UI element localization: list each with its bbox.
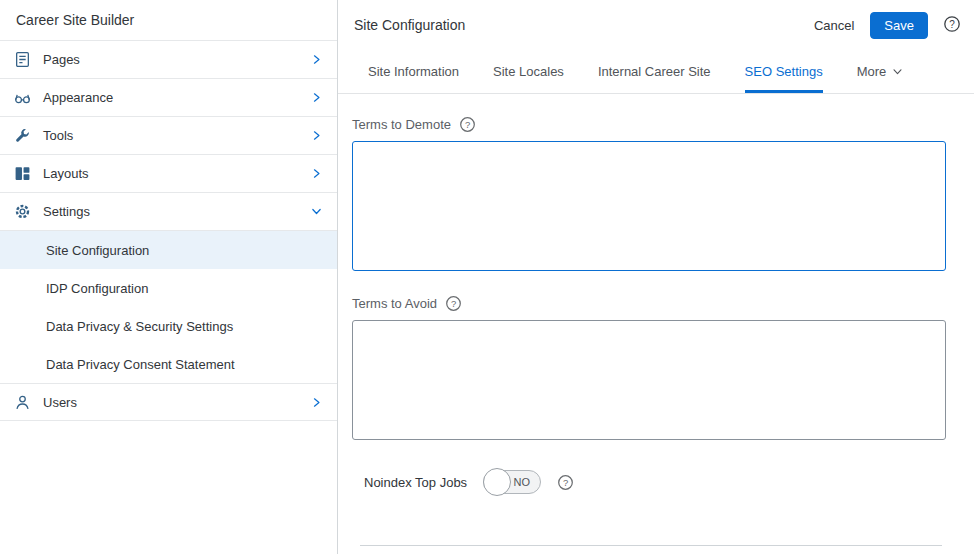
terms-to-demote-input[interactable]: [352, 141, 946, 271]
noindex-top-jobs-label: Noindex Top Jobs: [364, 475, 467, 490]
tab-label: SEO Settings: [745, 64, 823, 79]
sidebar-item-users[interactable]: Users: [0, 383, 337, 421]
terms-to-demote-label-row: Terms to Demote ?: [352, 116, 946, 133]
header-help-icon[interactable]: ?: [942, 15, 962, 35]
layouts-icon: [14, 165, 31, 182]
tab-label: Site Information: [368, 64, 459, 79]
users-icon: [14, 394, 31, 411]
help-icon[interactable]: ?: [557, 474, 574, 491]
sidebar-item-layouts[interactable]: Layouts: [0, 155, 337, 193]
sidebar-item-pages[interactable]: Pages: [0, 41, 337, 79]
chevron-right-icon: [310, 396, 323, 409]
sidebar-subitem-data-privacy-security-settings[interactable]: Data Privacy & Security Settings: [0, 307, 337, 345]
sidebar: Career Site Builder Pages Appearance: [0, 0, 338, 554]
noindex-top-jobs-row: Noindex Top Jobs NO ?: [352, 470, 946, 494]
terms-to-avoid-input[interactable]: [352, 320, 946, 440]
chevron-right-icon: [310, 53, 323, 66]
sidebar-item-label: Users: [43, 395, 298, 410]
sidebar-item-label: Settings: [43, 204, 298, 219]
pages-icon: [14, 51, 31, 68]
sidebar-item-label: Layouts: [43, 166, 298, 181]
tab-seo-settings[interactable]: SEO Settings: [745, 50, 823, 93]
bottom-divider: [360, 545, 942, 546]
tab-label: Internal Career Site: [598, 64, 711, 79]
toggle-knob-icon: [483, 468, 511, 496]
svg-text:?: ?: [451, 298, 456, 309]
terms-to-avoid-label-row: Terms to Avoid ?: [352, 295, 946, 312]
tab-site-information[interactable]: Site Information: [368, 50, 459, 93]
sidebar-item-appearance[interactable]: Appearance: [0, 79, 337, 117]
sidebar-subitem-label: Data Privacy & Security Settings: [46, 319, 233, 334]
sidebar-item-label: Tools: [43, 128, 298, 143]
sidebar-item-settings[interactable]: Settings: [0, 193, 337, 231]
tab-internal-career-site[interactable]: Internal Career Site: [598, 50, 711, 93]
tools-icon: [14, 127, 31, 144]
chevron-down-icon: [310, 205, 323, 218]
sidebar-item-label: Pages: [43, 52, 298, 67]
toggle-state-label: NO: [514, 476, 531, 488]
appearance-icon: [14, 89, 31, 106]
tab-bar: Site Information Site Locales Internal C…: [338, 50, 974, 94]
sidebar-item-tools[interactable]: Tools: [0, 117, 337, 155]
main-panel: Site Configuration Cancel Save ? Site In…: [338, 0, 974, 554]
svg-text:?: ?: [563, 476, 568, 487]
sidebar-subitem-label: Data Privacy Consent Statement: [46, 357, 235, 372]
sidebar-nav: Pages Appearance Tools: [0, 40, 337, 421]
sidebar-subitem-label: Site Configuration: [46, 243, 149, 258]
terms-to-demote-label: Terms to Demote: [352, 117, 451, 132]
sidebar-subitem-label: IDP Configuration: [46, 281, 148, 296]
chevron-right-icon: [310, 129, 323, 142]
save-button[interactable]: Save: [870, 12, 928, 39]
chevron-down-icon: [892, 66, 903, 77]
chevron-right-icon: [310, 91, 323, 104]
settings-gear-icon: [14, 203, 31, 220]
sidebar-item-label: Appearance: [43, 90, 298, 105]
svg-text:?: ?: [465, 119, 470, 130]
chevron-right-icon: [310, 167, 323, 180]
seo-settings-content: Terms to Demote ? Terms to Avoid ? Noind…: [338, 94, 974, 554]
tab-label: Site Locales: [493, 64, 564, 79]
svg-text:?: ?: [949, 19, 955, 30]
main-header: Site Configuration Cancel Save ?: [338, 0, 974, 50]
tab-more[interactable]: More: [857, 50, 904, 93]
career-site-builder-app: Career Site Builder Pages Appearance: [0, 0, 974, 554]
tab-site-locales[interactable]: Site Locales: [493, 50, 564, 93]
page-title: Site Configuration: [354, 17, 814, 33]
help-icon[interactable]: ?: [445, 295, 462, 312]
sidebar-subitem-site-configuration[interactable]: Site Configuration: [0, 231, 337, 269]
tab-label: More: [857, 64, 887, 79]
sidebar-subitem-idp-configuration[interactable]: IDP Configuration: [0, 269, 337, 307]
noindex-toggle-switch[interactable]: NO: [483, 470, 541, 494]
help-icon[interactable]: ?: [459, 116, 476, 133]
cancel-button[interactable]: Cancel: [814, 18, 854, 33]
sidebar-subitem-data-privacy-consent-statement[interactable]: Data Privacy Consent Statement: [0, 345, 337, 383]
app-title: Career Site Builder: [0, 0, 337, 40]
terms-to-avoid-label: Terms to Avoid: [352, 296, 437, 311]
